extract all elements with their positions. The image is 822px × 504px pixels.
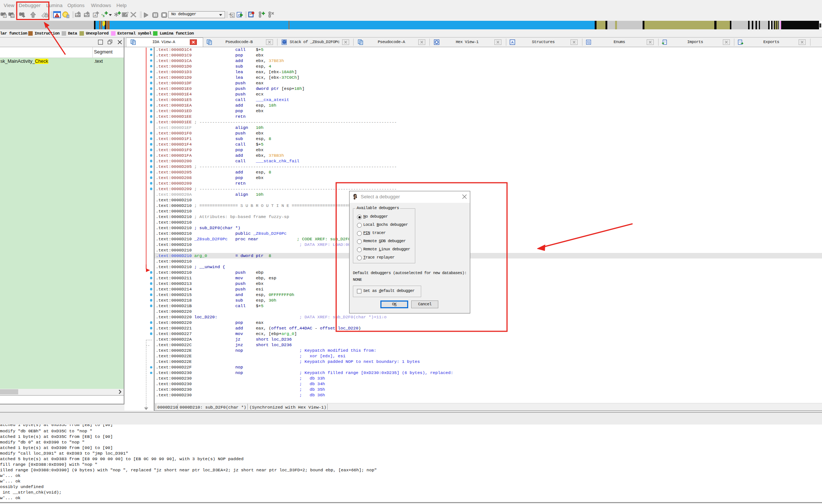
svg-text:A: A (511, 40, 514, 44)
svg-text:101: 101 (11, 15, 14, 17)
svg-text:!: ! (56, 14, 57, 17)
svg-text:‘s: ‘s (101, 13, 105, 18)
svg-text:T: T (4, 14, 6, 18)
svg-text:DATA: DATA (84, 14, 90, 17)
svg-text:CODE: CODE (75, 14, 81, 17)
svg-text:A: A (94, 14, 97, 17)
svg-text:C: C (231, 14, 234, 17)
